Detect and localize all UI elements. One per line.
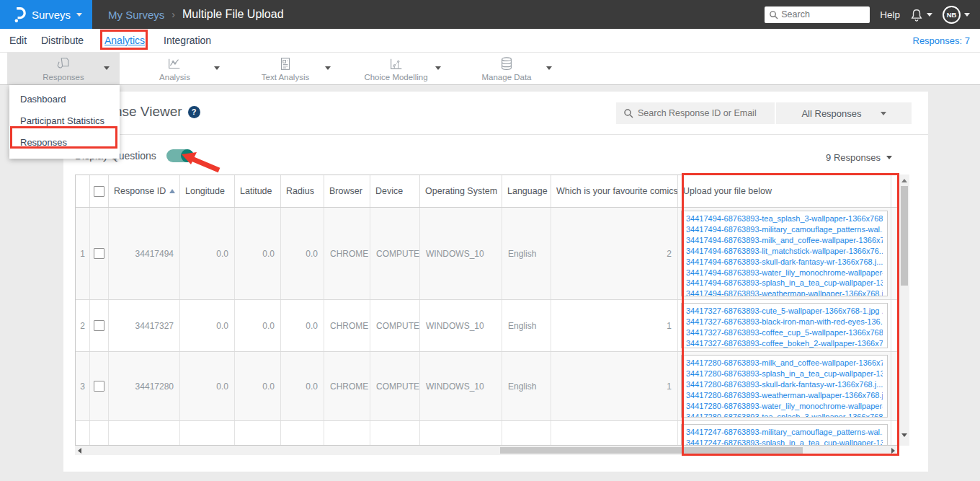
- analysis-icon: [166, 56, 182, 72]
- horizontal-scrollbar[interactable]: [75, 446, 898, 455]
- file-link[interactable]: 34417280-68763893-skull-dark-fantasy-wr-…: [686, 379, 883, 390]
- toolbar-manage-data-label: Manage Data: [481, 73, 531, 81]
- cell-radius: 0.0: [281, 208, 324, 299]
- file-link[interactable]: 34417327-68763893-black-iron-man-with-re…: [686, 317, 883, 327]
- toolbar-responses[interactable]: Responses: [7, 53, 120, 84]
- file-link[interactable]: 34417247-68763893-military_camouflage_pa…: [686, 427, 883, 438]
- cell-checkbox: [90, 421, 109, 446]
- vertical-scrollbar[interactable]: [899, 175, 909, 446]
- scroll-right-icon[interactable]: [891, 448, 895, 454]
- row-checkbox[interactable]: [94, 381, 104, 392]
- breadcrumb-current: Multiple File Upload: [182, 8, 284, 21]
- cell-latitude: 0.0: [235, 300, 281, 351]
- file-link[interactable]: 34417494-68763893-weatherman-wallpaper-1…: [686, 288, 883, 296]
- file-link[interactable]: 34417280-68763893-weatherman-wallpaper-1…: [686, 390, 883, 401]
- column-header: Upload your file below: [678, 175, 891, 207]
- choice-modelling-icon: [388, 56, 404, 72]
- cell-comics: 2: [551, 208, 678, 299]
- breadcrumb-separator: ›: [172, 9, 175, 20]
- column-header-label: Longitude: [185, 186, 225, 196]
- menu-item-participant-statistics[interactable]: Participant Statistics: [9, 110, 120, 131]
- chevron-down-icon: [546, 66, 552, 70]
- cell-browser: CHROME: [324, 352, 370, 420]
- table-body: 1344174940.00.00.0CHROMECOMPUTERWINDOWS_…: [76, 208, 899, 446]
- file-link[interactable]: 34417494-68763893-tea_splash_3-wallpaper…: [686, 213, 883, 224]
- menu-item-dashboard[interactable]: Dashboard: [9, 88, 120, 110]
- file-link[interactable]: 34417327-68763893-coffee_cup_5-wallpaper…: [686, 327, 883, 338]
- toolbar-analysis[interactable]: Analysis: [120, 53, 230, 84]
- file-link[interactable]: 34417494-68763893-lit_matchstick-wallpap…: [686, 246, 883, 257]
- cell-checkbox: [90, 352, 109, 420]
- cell-device: COMPUTER: [370, 300, 420, 351]
- scroll-left-icon[interactable]: [78, 448, 81, 454]
- tab-integration[interactable]: Integration: [164, 29, 211, 52]
- column-header: Device: [370, 175, 420, 207]
- response-filter-dropdown[interactable]: All Responses: [776, 102, 912, 124]
- column-header-label: Upload your file below: [683, 186, 772, 196]
- display-questions-toggle[interactable]: [166, 149, 194, 162]
- file-link[interactable]: 34417494-68763893-skull-dark-fantasy-wr-…: [686, 257, 883, 268]
- tab-distribute[interactable]: Distribute: [41, 29, 84, 52]
- file-list: 34417280-68763893-milk_and_coffee-wallpa…: [681, 355, 888, 418]
- file-link[interactable]: 34417494-68763893-water_lily_monochrome-…: [686, 268, 883, 278]
- responses-per-page-dropdown[interactable]: 9 Responses: [826, 152, 892, 163]
- tab-edit[interactable]: Edit: [9, 29, 27, 52]
- cell-device: COMPUTER: [370, 352, 420, 420]
- global-search: [765, 6, 870, 23]
- global-search-input[interactable]: [781, 9, 860, 19]
- help-link[interactable]: Help: [880, 9, 900, 20]
- topbar: Surveys My Surveys › Multiple File Uploa…: [0, 0, 980, 29]
- notifications-menu[interactable]: [910, 8, 932, 22]
- file-list: 34417494-68763893-tea_splash_3-wallpaper…: [681, 211, 888, 296]
- table-row: 1344174940.00.00.0CHROMECOMPUTERWINDOWS_…: [76, 208, 899, 300]
- file-link[interactable]: 34417280-68763893-splash_in_a_tea_cup-wa…: [686, 369, 883, 379]
- account-menu[interactable]: NB: [943, 6, 970, 24]
- file-link[interactable]: 34417280-68763893-tea_splash_3-wallpaper…: [686, 412, 883, 418]
- horizontal-scrollbar-thumb[interactable]: [500, 447, 803, 454]
- cell-radius: 0.0: [281, 300, 324, 351]
- tab-analytics[interactable]: Analytics: [104, 29, 145, 52]
- cell-row-number: 2: [76, 300, 90, 351]
- file-link[interactable]: 34417327-68763893-cute_5-wallpaper-1366x…: [686, 306, 883, 317]
- row-checkbox[interactable]: [94, 320, 104, 331]
- row-checkbox[interactable]: [94, 248, 104, 259]
- vertical-scrollbar-thumb[interactable]: [901, 186, 908, 286]
- chevron-down-icon: [325, 66, 331, 70]
- toolbar-manage-data[interactable]: Manage Data: [451, 53, 562, 84]
- manage-data-icon: [499, 56, 514, 72]
- cell-device: [370, 421, 420, 446]
- file-link[interactable]: 34417494-68763893-milk_and_coffee-wallpa…: [686, 235, 883, 246]
- file-link[interactable]: 34417280-68763893-milk_and_coffee-wallpa…: [686, 358, 883, 369]
- column-header: [90, 175, 109, 207]
- responses-table: Response IDLongitudeLatitudeRadiusBrowse…: [75, 175, 899, 446]
- table-row: 3344172800.00.00.0CHROMECOMPUTERWINDOWS_…: [76, 352, 899, 421]
- file-link[interactable]: 34417494-68763893-splash_in_a_tea_cup-wa…: [686, 278, 883, 288]
- file-link[interactable]: 34417494-68763893-military_camouflage_pa…: [686, 224, 883, 235]
- file-link[interactable]: 34417247-68763893-splash_in_a_tea_cup-wa…: [686, 438, 883, 446]
- breadcrumb-my-surveys[interactable]: My Surveys: [108, 9, 164, 21]
- column-header: Radius: [281, 175, 324, 207]
- file-link[interactable]: 34417280-68763893-water_lily_monochrome-…: [686, 401, 883, 412]
- column-header: Operating System: [420, 175, 502, 207]
- select-all-checkbox[interactable]: [94, 186, 104, 197]
- cell-radius: [281, 421, 324, 446]
- cell-browser: CHROME: [324, 300, 370, 351]
- divider: [63, 134, 928, 135]
- response-search-input[interactable]: [638, 108, 760, 118]
- responses-icon: [55, 56, 71, 72]
- chevron-down-icon: [964, 13, 970, 17]
- surveys-product-menu[interactable]: Surveys: [0, 0, 92, 29]
- bell-icon: [910, 8, 923, 22]
- column-header[interactable]: Response ID: [109, 175, 180, 207]
- help-icon[interactable]: ?: [188, 106, 200, 118]
- file-link[interactable]: 34417327-68763893-coffee_bokeh_2-wallpap…: [686, 338, 883, 348]
- toolbar-text-analysis[interactable]: Text Analysis: [230, 53, 341, 84]
- responses-count: Responses: 7: [913, 29, 971, 52]
- chevron-down-icon: [104, 66, 110, 70]
- menu-item-responses[interactable]: Responses: [9, 131, 120, 153]
- analytics-toolbar: Responses Analysis: [0, 53, 980, 85]
- scroll-down-icon[interactable]: [901, 433, 907, 437]
- scroll-up-icon[interactable]: [901, 179, 907, 182]
- toolbar-choice-modelling[interactable]: Choice Modelling: [341, 53, 451, 84]
- cell-language: [502, 421, 551, 446]
